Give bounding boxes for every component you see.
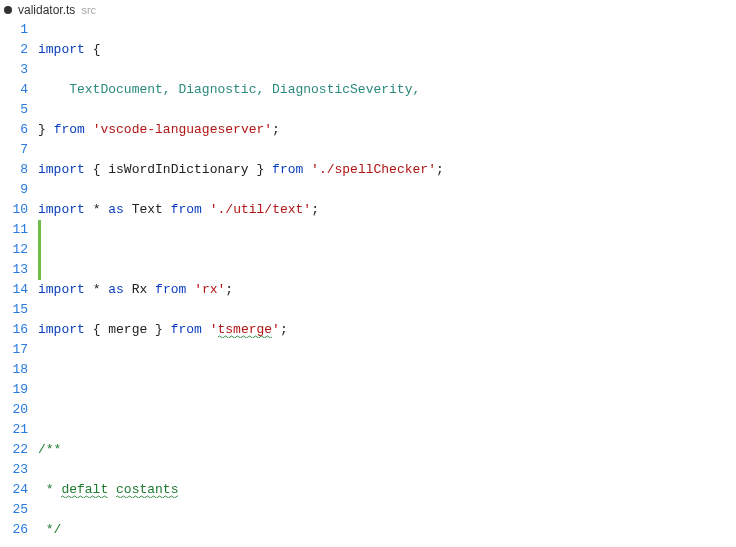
line-number: 20 (0, 400, 28, 420)
keyword: import (38, 42, 85, 57)
code-line[interactable] (38, 360, 736, 380)
line-number: 3 (0, 60, 28, 80)
alias: Text (132, 202, 163, 217)
comment: */ (38, 522, 61, 537)
code-line[interactable]: * defalt costants (38, 480, 736, 500)
line-number: 7 (0, 140, 28, 160)
spell-error: defalt (61, 482, 108, 498)
brace: } (38, 122, 46, 137)
line-number: 4 (0, 80, 28, 100)
code-line[interactable]: } from 'vscode-languageserver'; (38, 120, 736, 140)
brace: { (93, 42, 101, 57)
code-line[interactable]: import { isWordInDictionary } from './sp… (38, 160, 736, 180)
line-number: 6 (0, 120, 28, 140)
string: ' (210, 322, 218, 337)
line-number: 26 (0, 520, 28, 540)
line-number: 9 (0, 180, 28, 200)
string: 'vscode-languageserver' (93, 122, 272, 137)
comment (108, 482, 116, 497)
keyword: import (38, 202, 85, 217)
string: './spellChecker' (311, 162, 436, 177)
string: 'rx' (194, 282, 225, 297)
line-number: 12 (0, 240, 28, 260)
line-number: 2 (0, 40, 28, 60)
semicolon: ; (311, 202, 319, 217)
line-number: 24 (0, 480, 28, 500)
code-line[interactable] (38, 400, 736, 420)
semicolon: ; (436, 162, 444, 177)
editor-tab[interactable]: validator.ts src (0, 0, 736, 20)
code-line[interactable]: import { (38, 40, 736, 60)
code-line[interactable]: import * as Rx from 'rx'; (38, 280, 736, 300)
comment: * (38, 482, 61, 497)
code-line[interactable]: */ (38, 520, 736, 540)
code-line[interactable]: import * as Text from './util/text'; (38, 200, 736, 220)
line-number: 18 (0, 360, 28, 380)
line-number: 11 (0, 220, 28, 240)
line-number-gutter: 1234567891011121314151617181920212223242… (0, 20, 38, 547)
star: * (93, 202, 101, 217)
keyword: from (155, 282, 186, 297)
import-symbols: { merge } (93, 322, 163, 337)
import-symbols: { isWordInDictionary } (93, 162, 265, 177)
line-number: 16 (0, 320, 28, 340)
code-line[interactable]: import { merge } from 'tsmerge'; (38, 320, 736, 340)
line-number: 10 (0, 200, 28, 220)
spell-error: costants (116, 482, 178, 498)
keyword: from (272, 162, 303, 177)
dirty-indicator-icon (4, 6, 12, 14)
keyword: import (38, 162, 85, 177)
line-number: 21 (0, 420, 28, 440)
keyword: as (108, 202, 124, 217)
line-number: 25 (0, 500, 28, 520)
line-number: 13 (0, 260, 28, 280)
keyword: from (54, 122, 85, 137)
line-number: 15 (0, 300, 28, 320)
code-content[interactable]: import { TextDocument, Diagnostic, Diagn… (38, 20, 736, 547)
line-number: 19 (0, 380, 28, 400)
type-list: TextDocument, Diagnostic, DiagnosticSeve… (69, 82, 420, 97)
keyword: from (171, 202, 202, 217)
code-line[interactable]: TextDocument, Diagnostic, DiagnosticSeve… (38, 80, 736, 100)
semicolon: ; (272, 122, 280, 137)
line-number: 8 (0, 160, 28, 180)
tab-directory: src (81, 4, 96, 16)
line-number: 22 (0, 440, 28, 460)
keyword: import (38, 282, 85, 297)
comment: /** (38, 442, 61, 457)
code-line[interactable] (38, 240, 736, 260)
spell-error: tsmerge (218, 322, 273, 338)
code-editor[interactable]: 1234567891011121314151617181920212223242… (0, 20, 736, 547)
star: * (93, 282, 101, 297)
line-number: 5 (0, 100, 28, 120)
line-number: 1 (0, 20, 28, 40)
string: './util/text' (210, 202, 311, 217)
keyword: import (38, 322, 85, 337)
keyword: as (108, 282, 124, 297)
semicolon: ; (280, 322, 288, 337)
string: ' (272, 322, 280, 337)
line-number: 17 (0, 340, 28, 360)
semicolon: ; (225, 282, 233, 297)
line-number: 14 (0, 280, 28, 300)
keyword: from (171, 322, 202, 337)
code-line[interactable]: /** (38, 440, 736, 460)
alias: Rx (132, 282, 148, 297)
line-number: 23 (0, 460, 28, 480)
tab-filename: validator.ts (18, 3, 75, 17)
